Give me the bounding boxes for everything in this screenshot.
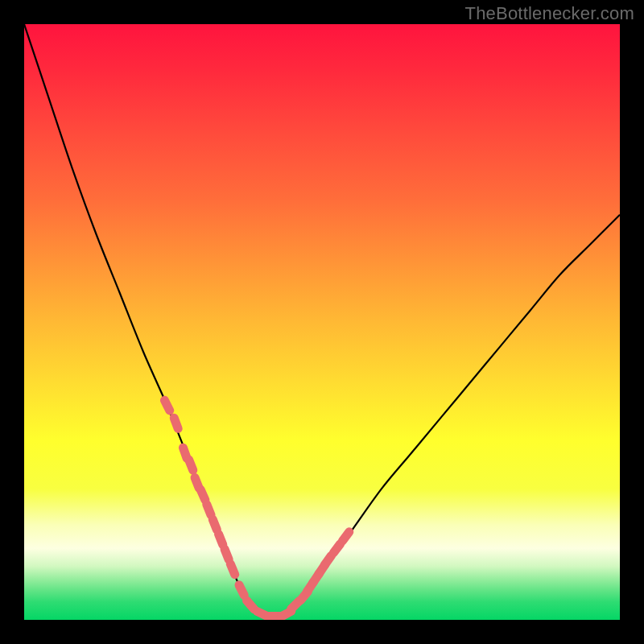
marker-dash [324, 555, 331, 564]
marker-dash [189, 460, 193, 470]
highlight-markers [164, 400, 349, 617]
marker-dash [164, 400, 169, 411]
marker-dash [207, 505, 211, 515]
marker-dash [213, 519, 217, 530]
marker-dash [230, 564, 234, 575]
marker-dash [174, 418, 178, 428]
curve-layer [24, 24, 620, 620]
marker-dash [200, 489, 205, 500]
marker-dash [239, 585, 244, 596]
marker-dash [342, 532, 349, 541]
watermark-text: TheBottlenecker.com [465, 3, 634, 24]
chart-frame: TheBottlenecker.com [0, 0, 644, 644]
plot-area [24, 24, 620, 620]
marker-dash [219, 535, 223, 545]
marker-dash [247, 601, 254, 609]
marker-dash [225, 549, 229, 559]
bottleneck-curve [24, 24, 620, 617]
marker-dash [333, 544, 340, 553]
